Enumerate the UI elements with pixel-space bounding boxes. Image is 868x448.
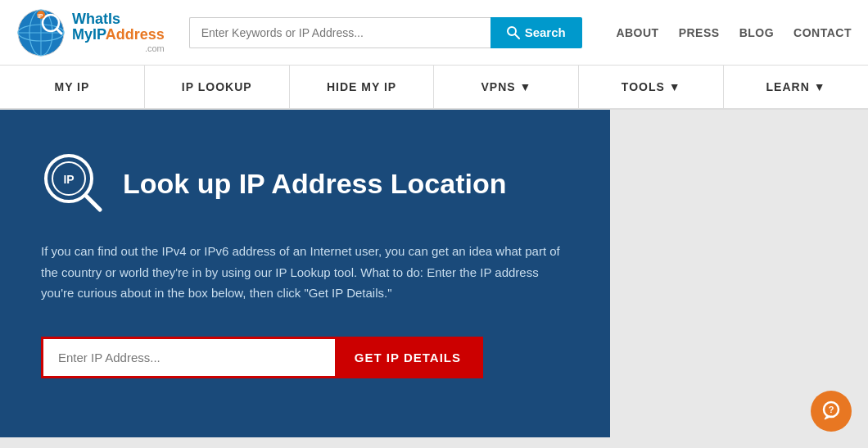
logo-whatis: WhatIs (72, 11, 165, 28)
main-content: IP Look up IP Address Location If you ca… (0, 110, 868, 437)
logo[interactable]: IP WhatIs MyIPAddress .com (16, 8, 165, 57)
help-button[interactable]: ? (811, 391, 852, 432)
ip-address-input[interactable] (43, 339, 335, 376)
search-button-label: Search (525, 25, 566, 39)
header-nav-blog[interactable]: BLOG (739, 26, 774, 39)
svg-text:IP: IP (63, 173, 74, 186)
globe-icon: IP (16, 8, 66, 57)
ip-input-row: GET IP DETAILS (41, 337, 483, 378)
search-area: Search (189, 17, 582, 48)
search-icon (507, 26, 520, 39)
header-nav-press[interactable]: PRESS (679, 26, 720, 39)
nav-ip-lookup[interactable]: IP LOOKUP (145, 66, 290, 108)
left-panel: IP Look up IP Address Location If you ca… (0, 110, 610, 437)
svg-text:?: ? (829, 405, 834, 414)
chat-icon: ? (821, 400, 842, 422)
nav-vpns[interactable]: VPNS ▼ (434, 66, 579, 108)
ip-lookup-icon: IP (41, 151, 106, 216)
right-panel (610, 110, 868, 437)
site-header: IP WhatIs MyIPAddress .com Search ABOUT … (0, 0, 868, 66)
panel-title-area: IP Look up IP Address Location (41, 151, 569, 216)
logo-dotcom: .com (72, 43, 165, 53)
main-navbar: MY IP IP LOOKUP HIDE MY IP VPNS ▼ TOOLS … (0, 66, 868, 110)
nav-learn[interactable]: LEARN ▼ (724, 66, 868, 108)
nav-my-ip[interactable]: MY IP (0, 66, 145, 108)
panel-description: If you can find out the IPv4 or IPv6 add… (41, 241, 569, 304)
search-button[interactable]: Search (491, 17, 582, 48)
svg-line-14 (86, 196, 100, 210)
header-nav-contact[interactable]: CONTACT (793, 26, 852, 39)
svg-line-10 (515, 34, 519, 38)
nav-tools[interactable]: TOOLS ▼ (579, 66, 724, 108)
search-input[interactable] (189, 17, 491, 48)
header-nav-about[interactable]: ABOUT (616, 26, 658, 39)
logo-myipaddress: MyIPAddress (72, 27, 165, 43)
nav-hide-my-ip[interactable]: HIDE MY IP (290, 66, 435, 108)
svg-text:IP: IP (38, 12, 43, 18)
panel-title: Look up IP Address Location (123, 167, 507, 201)
header-nav: ABOUT PRESS BLOG CONTACT (616, 26, 852, 39)
get-ip-details-button[interactable]: GET IP DETAILS (335, 339, 481, 376)
